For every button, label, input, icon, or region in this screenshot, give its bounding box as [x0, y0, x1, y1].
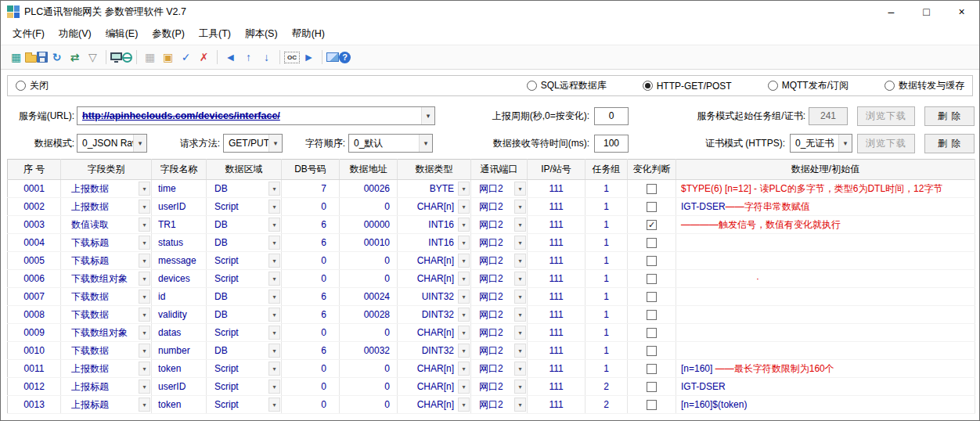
change-checkbox[interactable] — [647, 238, 657, 248]
column-header-task-group[interactable]: 任务组 — [585, 160, 628, 180]
cell-data-type[interactable]: BYTE▾ — [398, 180, 471, 198]
cell-db-number[interactable]: 6 — [282, 216, 340, 234]
mode-option-sql-remote-db[interactable]: SQL远程数据库 — [527, 79, 607, 92]
image-icon[interactable] — [326, 52, 339, 62]
change-checkbox[interactable] — [647, 310, 657, 320]
change-checkbox[interactable] — [647, 256, 657, 266]
cell-data-address[interactable]: 0 — [340, 198, 398, 216]
cell-data-region[interactable]: Script▾ — [207, 198, 282, 216]
cell-task-group[interactable]: 1 — [585, 234, 628, 252]
dropdown-arrow-icon[interactable]: ▾ — [268, 236, 280, 250]
browse-download-button-1[interactable]: 浏览下载 — [857, 106, 915, 126]
cell-data-type[interactable]: CHAR[n]▾ — [398, 198, 471, 216]
transfer-icon[interactable]: ⇄ — [66, 49, 84, 67]
cell-comm-port[interactable]: 网口2▾ — [471, 396, 528, 414]
cell-ip-station[interactable]: 111 — [528, 198, 585, 216]
cell-init-value[interactable]: ————触发信号，数值有变化就执行 — [676, 216, 975, 234]
cell-field-name[interactable]: datas — [152, 324, 207, 342]
cell-comm-port[interactable]: 网口2▾ — [471, 378, 528, 396]
cell-data-address[interactable]: 00000 — [340, 216, 398, 234]
cell-db-number[interactable]: 0 — [282, 378, 340, 396]
move-down-icon[interactable]: ↓ — [258, 49, 276, 67]
cell-comm-port[interactable]: 网口2▾ — [471, 288, 528, 306]
dropdown-arrow-icon[interactable]: ▾ — [268, 200, 280, 214]
cell-comm-port[interactable]: 网口2▾ — [471, 270, 528, 288]
dropdown-arrow-icon[interactable]: ▾ — [268, 218, 280, 232]
column-header-data-address[interactable]: 数据地址 — [340, 160, 398, 180]
cell-task-group[interactable]: 1 — [585, 342, 628, 360]
cell-category[interactable]: 上报数据▾ — [61, 198, 152, 216]
dropdown-arrow-icon[interactable]: ▾ — [514, 218, 526, 232]
cell-db-number[interactable]: 6 — [282, 288, 340, 306]
cell-ip-station[interactable]: 111 — [528, 306, 585, 324]
cell-seq[interactable]: 0013 — [8, 396, 61, 414]
menu-item-function[interactable]: 功能(V) — [52, 23, 99, 45]
dropdown-arrow-icon[interactable]: ▾ — [139, 218, 150, 232]
cell-db-number[interactable]: 0 — [282, 270, 340, 288]
change-checkbox[interactable] — [647, 400, 657, 410]
cell-seq[interactable]: 0005 — [8, 252, 61, 270]
change-checkbox[interactable]: ✓ — [647, 220, 657, 230]
cell-data-type[interactable]: CHAR[n]▾ — [398, 360, 471, 378]
dropdown-arrow-icon[interactable]: ▾ — [458, 344, 470, 358]
cell-db-number[interactable]: 7 — [282, 180, 340, 198]
dropdown-arrow-icon[interactable]: ▾ — [139, 380, 150, 394]
cell-data-address[interactable]: 0 — [340, 270, 398, 288]
dropdown-arrow-icon[interactable]: ▾ — [139, 182, 150, 196]
cell-comm-port[interactable]: 网口2▾ — [471, 252, 528, 270]
cell-seq[interactable]: 0011 — [8, 360, 61, 378]
cell-data-address[interactable]: 0 — [340, 396, 398, 414]
cell-ip-station[interactable]: 111 — [528, 342, 585, 360]
cell-task-group[interactable]: 1 — [585, 288, 628, 306]
cell-seq[interactable]: 0003 — [8, 216, 61, 234]
cell-task-group[interactable]: 1 — [585, 252, 628, 270]
cell-data-address[interactable]: 00032 — [340, 342, 398, 360]
dropdown-arrow-icon[interactable]: ▾ — [458, 290, 470, 304]
dropdown-arrow-icon[interactable]: ▾ — [268, 362, 280, 376]
cancel-x-icon[interactable]: ✗ — [195, 49, 213, 67]
cell-data-type[interactable]: INT16▾ — [398, 216, 471, 234]
cell-task-group[interactable]: 1 — [585, 216, 628, 234]
dropdown-arrow-icon[interactable]: ▾ — [268, 290, 280, 304]
cell-ip-station[interactable]: 111 — [528, 270, 585, 288]
cell-data-region[interactable]: Script▾ — [207, 378, 282, 396]
cell-task-group[interactable]: 2 — [585, 378, 628, 396]
change-checkbox[interactable] — [647, 346, 657, 356]
delete-button-1[interactable]: 删 除 — [924, 106, 975, 126]
dropdown-arrow-icon[interactable]: ▾ — [139, 308, 150, 322]
dropdown-arrow-icon[interactable]: ▾ — [514, 272, 526, 286]
dropdown-arrow-icon[interactable]: ▾ — [458, 380, 470, 394]
column-header-field-name[interactable]: 字段名称 — [152, 160, 207, 180]
dropdown-arrow-icon[interactable]: ▾ — [139, 236, 150, 250]
cell-seq[interactable]: 0004 — [8, 234, 61, 252]
dropdown-arrow-icon[interactable]: ▾ — [139, 326, 150, 340]
cell-db-number[interactable]: 0 — [282, 396, 340, 414]
cell-data-type[interactable]: CHAR[n]▾ — [398, 396, 471, 414]
cell-db-number[interactable]: 0 — [282, 360, 340, 378]
cell-data-type[interactable]: CHAR[n]▾ — [398, 324, 471, 342]
cell-field-name[interactable]: status — [152, 234, 207, 252]
mode-option-close[interactable]: 关闭 — [16, 79, 49, 92]
oc-badge-icon[interactable]: OC — [284, 52, 300, 63]
cell-data-address[interactable]: 00024 — [340, 288, 398, 306]
dropdown-arrow-icon[interactable]: ▾ — [268, 254, 280, 268]
dropdown-arrow-icon[interactable]: ▾ — [514, 236, 526, 250]
minimize-button[interactable]: – — [874, 1, 909, 23]
save-icon[interactable] — [37, 52, 48, 63]
cell-ip-station[interactable]: 111 — [528, 180, 585, 198]
cell-comm-port[interactable]: 网口2▾ — [471, 306, 528, 324]
cell-field-name[interactable]: userID — [152, 198, 207, 216]
cell-field-name[interactable]: devices — [152, 270, 207, 288]
dropdown-arrow-icon[interactable]: ▾ — [458, 236, 470, 250]
dropdown-arrow-icon[interactable]: ▾ — [458, 182, 470, 196]
table-icon[interactable]: ▦ — [141, 49, 159, 67]
change-checkbox[interactable] — [647, 292, 657, 302]
dropdown-arrow-icon[interactable]: ▾ — [514, 290, 526, 304]
delete-button-2[interactable]: 删 除 — [924, 134, 975, 153]
cell-init-value[interactable]: IGT-DSER — [676, 378, 975, 396]
dropdown-arrow-icon[interactable]: ▾ — [268, 135, 282, 152]
dropdown-arrow-icon[interactable]: ▾ — [139, 290, 150, 304]
refresh-icon[interactable]: ↻ — [48, 49, 66, 67]
dropdown-arrow-icon[interactable]: ▾ — [514, 308, 526, 322]
change-checkbox[interactable] — [647, 328, 657, 338]
